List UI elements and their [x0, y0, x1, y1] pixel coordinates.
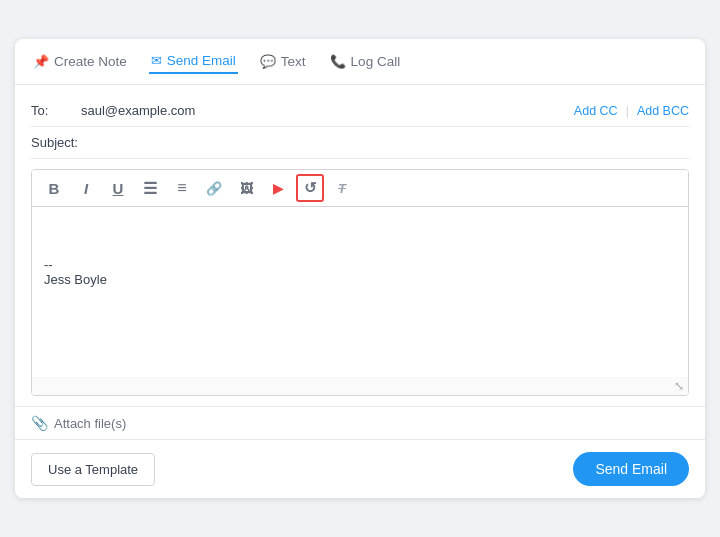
tab-send-email-label: Send Email	[167, 53, 236, 68]
editor-toolbar: B I U ☰ ≡ 🔗 🖼 ▶ ↺ T	[32, 170, 688, 207]
email-icon: ✉	[151, 53, 162, 68]
footer: Use a Template Send Email	[15, 439, 705, 498]
send-email-button[interactable]: Send Email	[573, 452, 689, 486]
italic-button[interactable]: I	[72, 174, 100, 202]
tab-create-note-label: Create Note	[54, 54, 127, 69]
tab-log-call[interactable]: 📞 Log Call	[328, 50, 403, 73]
subject-input[interactable]	[81, 135, 689, 150]
subject-label: Subject:	[31, 135, 81, 150]
signature-dash: --	[44, 257, 676, 272]
image-button[interactable]: 🖼	[232, 174, 260, 202]
chat-icon: 💬	[260, 54, 276, 69]
add-cc-button[interactable]: Add CC	[574, 104, 629, 118]
tab-text-label: Text	[281, 54, 306, 69]
field-actions: Add CC Add BCC	[574, 104, 689, 118]
ordered-list-button[interactable]: ≡	[168, 174, 196, 202]
tab-log-call-label: Log Call	[351, 54, 401, 69]
clear-format-button[interactable]: T	[328, 174, 356, 202]
tab-bar: 📌 Create Note ✉ Send Email 💬 Text 📞 Log …	[15, 39, 705, 85]
video-button[interactable]: ▶	[264, 174, 292, 202]
tab-create-note[interactable]: 📌 Create Note	[31, 50, 129, 73]
resize-icon: ⤡	[674, 379, 684, 393]
tab-text[interactable]: 💬 Text	[258, 50, 308, 73]
attach-label: Attach file(s)	[54, 416, 126, 431]
bullet-list-button[interactable]: ☰	[136, 174, 164, 202]
bold-button[interactable]: B	[40, 174, 68, 202]
attach-row[interactable]: 📎 Attach file(s)	[15, 406, 705, 439]
to-value[interactable]: saul@example.com	[81, 103, 574, 118]
resize-handle[interactable]: ⤡	[32, 377, 688, 395]
fields-area: To: saul@example.com Add CC Add BCC Subj…	[15, 85, 705, 159]
pin-icon: 📌	[33, 54, 49, 69]
editor-body[interactable]: -- Jess Boyle	[32, 207, 688, 377]
underline-button[interactable]: U	[104, 174, 132, 202]
to-row: To: saul@example.com Add CC Add BCC	[31, 95, 689, 127]
use-template-button[interactable]: Use a Template	[31, 453, 155, 486]
editor-signature: -- Jess Boyle	[44, 257, 676, 287]
editor-wrapper: B I U ☰ ≡ 🔗 🖼 ▶ ↺ T -- Jess Boyle ⤡	[31, 169, 689, 396]
link-button[interactable]: 🔗	[200, 174, 228, 202]
paperclip-icon: 📎	[31, 415, 48, 431]
reset-format-button[interactable]: ↺	[296, 174, 324, 202]
to-label: To:	[31, 103, 81, 118]
tab-send-email[interactable]: ✉ Send Email	[149, 49, 238, 74]
signature-name: Jess Boyle	[44, 272, 676, 287]
subject-row: Subject:	[31, 127, 689, 159]
add-bcc-button[interactable]: Add BCC	[637, 104, 689, 118]
email-compose-card: 📌 Create Note ✉ Send Email 💬 Text 📞 Log …	[15, 39, 705, 498]
phone-icon: 📞	[330, 54, 346, 69]
